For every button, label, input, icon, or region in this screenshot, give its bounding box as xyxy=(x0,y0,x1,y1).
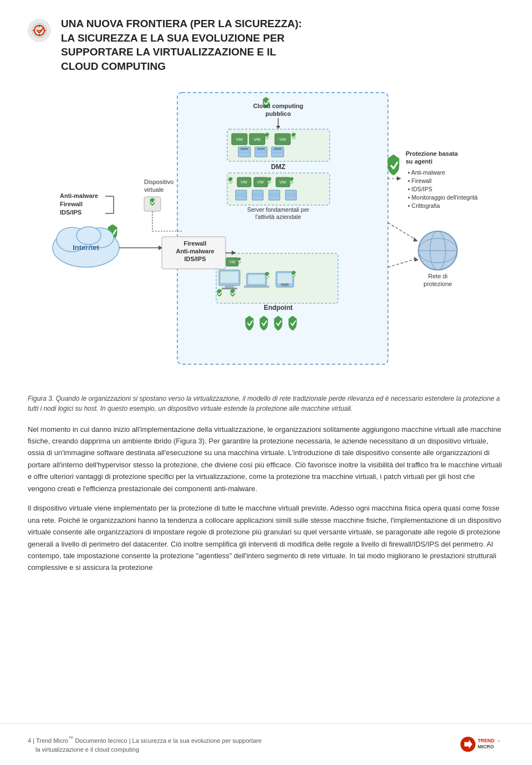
svg-text:Internet: Internet xyxy=(73,243,99,252)
body-paragraph-1: Nel momento in cui danno inizio all'impl… xyxy=(28,424,504,495)
svg-text:TREND: TREND xyxy=(478,738,494,743)
svg-text:VM: VM xyxy=(229,260,236,264)
svg-rect-61 xyxy=(248,275,265,284)
footer-logo-area: TREND MICRO ™ xyxy=(460,731,504,758)
svg-text:Firewall: Firewall xyxy=(60,201,83,207)
svg-text:™: ™ xyxy=(497,740,500,743)
svg-text:su agenti: su agenti xyxy=(406,158,432,165)
svg-text:protezione: protezione xyxy=(423,280,452,287)
footer-page-number: 4 xyxy=(28,737,31,743)
footer-trademark: ™ xyxy=(68,736,73,741)
svg-text:Dispositivo: Dispositivo xyxy=(144,178,173,185)
svg-text:DMZ: DMZ xyxy=(271,163,285,171)
body-paragraph-2: Il dispositivo virtuale viene implementa… xyxy=(28,502,504,574)
svg-text:• Monitoraggio dell'integrità: • Monitoraggio dell'integrità xyxy=(408,194,478,201)
svg-text:• Crittografia: • Crittografia xyxy=(408,202,440,209)
page-title: UNA NUOVA FRONTIERA (PER LA SICUREZZA): … xyxy=(61,17,302,74)
svg-text:IDS/IPS: IDS/IPS xyxy=(184,256,206,262)
svg-rect-48 xyxy=(285,190,296,200)
svg-rect-26 xyxy=(257,148,265,150)
svg-text:VM: VM xyxy=(241,180,247,185)
svg-line-108 xyxy=(388,259,416,267)
footer-brand: Trend Micro xyxy=(36,737,68,743)
svg-text:Cloud computing: Cloud computing xyxy=(253,103,303,109)
svg-rect-59 xyxy=(222,288,237,289)
svg-point-81 xyxy=(76,227,101,244)
svg-text:Protezione basata: Protezione basata xyxy=(406,150,458,157)
svg-text:VM: VM xyxy=(254,137,260,142)
svg-text:pubblico: pubblico xyxy=(265,110,291,117)
svg-text:• Anti-malware: • Anti-malware xyxy=(408,169,445,176)
svg-text:Anti-malware: Anti-malware xyxy=(176,248,214,254)
svg-marker-99 xyxy=(397,176,401,181)
svg-text:MICRO: MICRO xyxy=(478,744,494,749)
svg-text:Endpoint: Endpoint xyxy=(264,304,293,312)
svg-text:Firewall: Firewall xyxy=(184,240,207,247)
svg-text:VM: VM xyxy=(279,180,286,185)
svg-rect-58 xyxy=(225,285,234,288)
footer-doc-desc: | La sicurezza e la sua evoluzione per s… xyxy=(129,737,262,743)
page-header: UNA NUOVA FRONTIERA (PER LA SICUREZZA): … xyxy=(28,17,504,74)
svg-rect-65 xyxy=(281,283,289,286)
svg-text:l'attività aziendale: l'attività aziendale xyxy=(255,213,301,220)
svg-marker-109 xyxy=(414,257,418,262)
svg-rect-39 xyxy=(236,190,247,200)
svg-rect-42 xyxy=(252,190,263,200)
svg-rect-57 xyxy=(221,272,238,283)
svg-rect-30 xyxy=(274,148,282,150)
svg-text:Rete di: Rete di xyxy=(428,273,448,279)
svg-text:VM: VM xyxy=(279,137,286,142)
svg-text:Server fondamentali per: Server fondamentali per xyxy=(247,206,310,213)
figure-caption: Figura 3. Quando le organizzazioni si sp… xyxy=(28,394,504,414)
svg-text:virtuale: virtuale xyxy=(144,186,163,193)
svg-rect-22 xyxy=(241,148,248,150)
svg-text:• IDS/IPS: • IDS/IPS xyxy=(408,186,432,192)
footer-doc-type: Documento tecnico xyxy=(75,737,127,743)
footer-text: 4 | Trend Micro™ Documento tecnico | La … xyxy=(28,735,262,754)
svg-line-106 xyxy=(388,223,416,239)
svg-text:VM: VM xyxy=(236,137,243,142)
svg-marker-107 xyxy=(413,237,418,242)
svg-text:Anti-malware: Anti-malware xyxy=(60,192,98,199)
svg-text:• Firewall: • Firewall xyxy=(408,177,432,184)
svg-text:VM: VM xyxy=(257,180,264,185)
svg-rect-64 xyxy=(278,273,292,283)
footer-doc-desc2: la virtualizzazione e il cloud computing xyxy=(28,746,139,753)
svg-text:IDS/IPS: IDS/IPS xyxy=(60,209,81,216)
diagram: Cloud computing pubblico VM VM VM xyxy=(28,87,504,382)
svg-rect-45 xyxy=(269,190,280,200)
header-icon xyxy=(28,19,51,42)
svg-rect-62 xyxy=(244,285,269,288)
page-footer: 4 | Trend Micro™ Documento tecnico | La … xyxy=(0,723,532,765)
